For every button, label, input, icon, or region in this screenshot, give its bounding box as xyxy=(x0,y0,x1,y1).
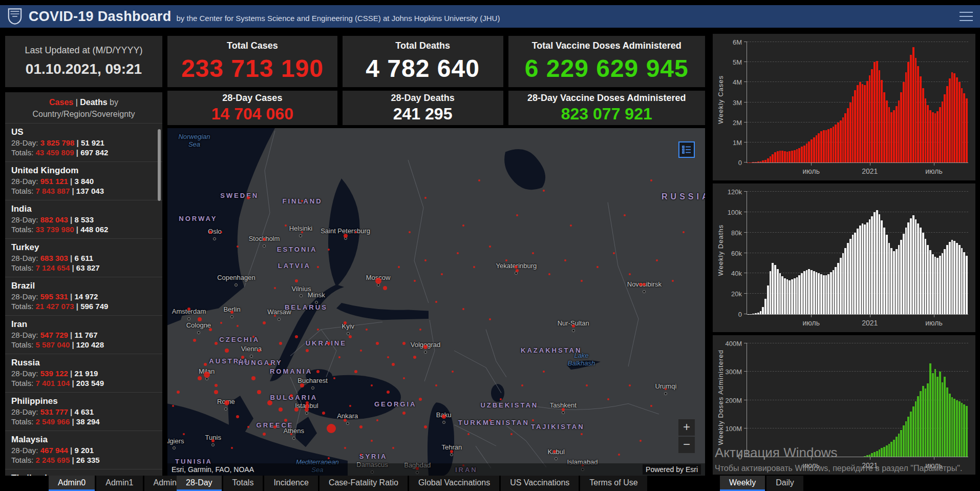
tab-admin0[interactable]: Admin0 xyxy=(49,476,95,491)
bar xyxy=(958,401,961,457)
country-row[interactable]: US28-Day: 3 825 798 | 51 921Totals: 43 4… xyxy=(5,123,162,161)
tab-terms-of-use[interactable]: Terms of Use xyxy=(580,476,647,491)
country-name: India xyxy=(11,204,156,214)
bar xyxy=(912,215,914,314)
tab-incidence[interactable]: Incidence xyxy=(264,476,318,491)
covid-case-dot xyxy=(548,273,550,275)
bar xyxy=(910,218,912,314)
country-row[interactable]: Brazil28-Day: 595 331 | 14 972Totals: 21… xyxy=(5,277,162,315)
chart-y-axis-title: Weekly Doses Administered xyxy=(717,335,725,459)
bar xyxy=(883,447,885,457)
bar xyxy=(781,276,783,314)
stat-value: 241 295 xyxy=(393,105,453,124)
covid-case-dot xyxy=(462,308,464,310)
tab-global-vaccinations[interactable]: Global Vaccinations xyxy=(409,476,499,491)
country-row[interactable]: Turkey28-Day: 683 303 | 6 611Totals: 7 1… xyxy=(5,238,162,277)
tab-case-fatality-ratio[interactable]: Case-Fatality Ratio xyxy=(319,476,408,491)
bar xyxy=(842,117,844,162)
by-label: by xyxy=(108,98,118,107)
covid-case-dot xyxy=(295,279,298,282)
bar xyxy=(835,267,837,314)
pipe-sep: | xyxy=(73,98,80,107)
weekly-cases-chart[interactable]: Weekly Cases6M5M4M3M2M1M0июль2021июль xyxy=(713,34,975,180)
bar xyxy=(905,72,907,162)
chart-y-axis-title-text: Weekly Cases xyxy=(717,75,725,124)
covid-case-dot xyxy=(252,336,254,338)
covid-case-dot xyxy=(478,179,480,181)
weekly-deaths-chart[interactable]: Weekly Deaths120k100k80k60k40k20k0июль20… xyxy=(713,183,975,332)
bar xyxy=(874,452,876,457)
bar xyxy=(857,229,859,314)
bar xyxy=(963,93,965,162)
country-name: Iran xyxy=(11,319,156,330)
bar xyxy=(883,92,885,162)
bar xyxy=(820,131,822,162)
bar xyxy=(907,62,909,162)
tab-admin1[interactable]: Admin1 xyxy=(96,476,142,491)
country-totals-line: Totals: 2 245 695 | 26 335 xyxy=(11,456,156,464)
bar xyxy=(806,270,808,314)
bar xyxy=(890,442,892,457)
country-name: Malaysia xyxy=(11,435,156,445)
bar xyxy=(803,146,805,162)
covid-case-dot xyxy=(419,329,421,331)
bar xyxy=(900,240,902,314)
covid-case-dot xyxy=(489,419,491,421)
tab-28-day[interactable]: 28-Day xyxy=(177,476,222,491)
bar xyxy=(789,151,791,162)
country-row[interactable]: United Kingdom28-Day: 951 121 | 3 840Tot… xyxy=(5,161,162,200)
zoom-in-button[interactable]: + xyxy=(678,419,695,436)
tab-totals[interactable]: Totals xyxy=(223,476,263,491)
bar xyxy=(837,263,839,314)
covid-case-dot xyxy=(413,356,416,359)
hamburger-menu-icon[interactable] xyxy=(960,12,973,21)
bar xyxy=(849,239,851,314)
covid-case-dot xyxy=(450,450,453,453)
weekly-doses-chart[interactable]: Weekly Doses Administered400M300M200M100… xyxy=(713,335,975,475)
covid-case-dot xyxy=(317,266,319,268)
bar xyxy=(796,277,798,314)
tab-us-vaccinations[interactable]: US Vaccinations xyxy=(501,476,579,491)
cases-label: Cases xyxy=(49,98,73,107)
stat-label: Total Vaccine Doses Administered xyxy=(532,40,681,51)
bar xyxy=(942,253,944,315)
covid-case-dot xyxy=(274,287,276,289)
bar xyxy=(949,394,951,457)
tab-daily[interactable]: Daily xyxy=(766,476,803,491)
covid-case-dot xyxy=(424,197,427,199)
zoom-out-button[interactable]: − xyxy=(678,437,695,453)
country-list-scrollbar[interactable] xyxy=(158,129,161,201)
world-map[interactable]: Norwegian SeaSWEDENFINLANDNORWAYRUSSIAES… xyxy=(167,128,705,476)
bar xyxy=(922,233,924,314)
bar xyxy=(830,128,832,162)
country-list-card: Cases | Deaths by Country/Region/Soverei… xyxy=(5,92,162,479)
covid-case-dot xyxy=(279,407,283,412)
x-tick-label: июль xyxy=(925,167,942,175)
bar xyxy=(886,235,888,314)
y-tick-label: 4M xyxy=(733,78,742,86)
covid-case-dot xyxy=(543,371,545,373)
country-row[interactable]: India28-Day: 882 043 | 8 533Totals: 33 7… xyxy=(5,200,162,238)
bar xyxy=(833,270,835,314)
covid-case-dot xyxy=(553,450,556,453)
country-row[interactable]: Iran28-Day: 547 729 | 11 767Totals: 5 58… xyxy=(5,315,162,354)
bar xyxy=(835,125,837,162)
covid-case-dot xyxy=(387,391,390,394)
country-row[interactable]: Philippines28-Day: 531 777 | 4 631Totals… xyxy=(5,392,162,431)
x-tick-mark xyxy=(870,314,870,317)
bar xyxy=(869,219,871,314)
bar xyxy=(864,456,866,457)
covid-case-dot xyxy=(251,376,255,380)
bar xyxy=(760,161,762,162)
tab-weekly[interactable]: Weekly xyxy=(720,476,765,491)
map-legend-button[interactable] xyxy=(678,141,695,158)
bar xyxy=(946,245,948,314)
bar xyxy=(936,111,939,162)
bar xyxy=(932,112,934,162)
country-row[interactable]: Russia28-Day: 539 122 | 21 919Totals: 7 … xyxy=(5,354,162,392)
covid-case-dot xyxy=(344,234,348,238)
x-tick-mark xyxy=(870,457,870,460)
bar xyxy=(844,113,846,162)
bar xyxy=(774,152,776,162)
country-row[interactable]: Malaysia28-Day: 467 944 | 9 201Totals: 2… xyxy=(5,431,162,469)
